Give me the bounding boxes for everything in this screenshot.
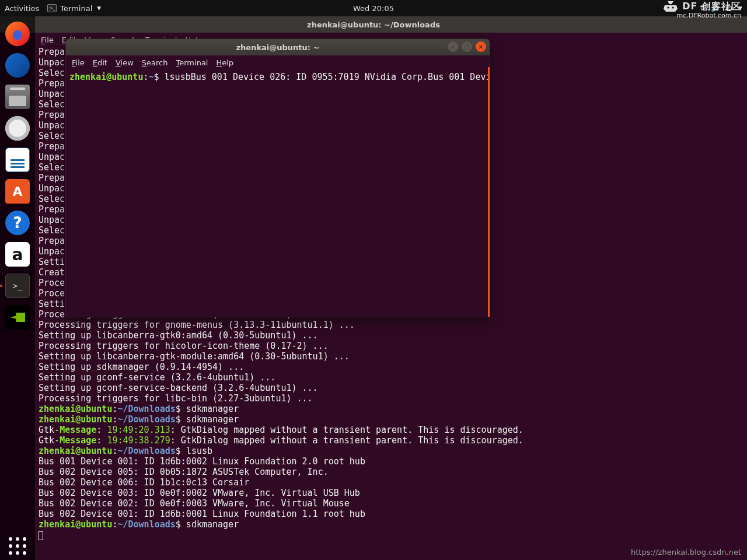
dock-thunderbird[interactable] bbox=[4, 51, 32, 79]
show-applications-button[interactable] bbox=[4, 532, 32, 560]
fg-terminal-window[interactable]: zhenkai@ubuntu: ~ – ▢ ✕ FileEditViewSear… bbox=[65, 38, 490, 317]
menu-search[interactable]: Search bbox=[142, 58, 168, 67]
fg-terminal-output[interactable]: zhenkai@ubuntu:~$ lsusbBus 001 Device 02… bbox=[66, 69, 490, 317]
chevron-down-icon: ▼ bbox=[97, 5, 101, 11]
dock-help[interactable] bbox=[4, 209, 32, 237]
menu-view[interactable]: View bbox=[116, 58, 134, 67]
writer-icon bbox=[5, 148, 30, 172]
gnome-top-panel: Activities >_ Terminal ▼ Wed 20:05 ⇅ 🔊 ⏻… bbox=[0, 0, 747, 16]
robot-icon bbox=[662, 0, 679, 13]
app-menu[interactable]: >_ Terminal ▼ bbox=[47, 4, 101, 13]
menu-terminal[interactable]: Terminal bbox=[176, 58, 208, 67]
menu-file[interactable]: File bbox=[41, 36, 54, 44]
panel-clock[interactable]: Wed 20:05 bbox=[353, 4, 394, 13]
fg-terminal-menubar: FileEditViewSearchTerminalHelp bbox=[66, 55, 490, 69]
bg-window-title: zhenkai@ubuntu: ~/Downloads bbox=[307, 20, 440, 29]
dock-software[interactable] bbox=[4, 177, 32, 205]
scrollbar[interactable] bbox=[488, 67, 490, 317]
menu-help[interactable]: Help bbox=[216, 58, 233, 67]
minimize-button[interactable]: – bbox=[448, 41, 458, 52]
maximize-button[interactable]: ▢ bbox=[462, 41, 472, 52]
nvidia-icon bbox=[5, 305, 30, 330]
dock-firefox[interactable] bbox=[4, 20, 32, 48]
app-menu-label: Terminal bbox=[60, 4, 92, 13]
rhythmbox-icon bbox=[5, 116, 30, 141]
terminal-icon: >_ bbox=[47, 4, 57, 12]
menu-edit[interactable]: Edit bbox=[93, 58, 107, 67]
fg-window-title: zhenkai@ubuntu: ~ bbox=[236, 43, 320, 52]
dock-files[interactable] bbox=[4, 83, 32, 111]
svg-point-1 bbox=[672, 7, 674, 9]
bg-window-titlebar[interactable]: zhenkai@ubuntu: ~/Downloads bbox=[0, 16, 747, 33]
svg-point-0 bbox=[668, 7, 669, 9]
help-icon bbox=[5, 211, 30, 235]
watermark-top: DF 创客社区 mc.DFRobot.com.cn bbox=[662, 0, 741, 19]
software-icon bbox=[5, 179, 30, 204]
dock-writer[interactable] bbox=[4, 146, 32, 174]
dock-amazon[interactable] bbox=[4, 240, 32, 268]
watermark-url: https://zhenkai.blog.csdn.net bbox=[631, 548, 741, 556]
menu-file[interactable]: File bbox=[72, 58, 85, 67]
dock-terminal[interactable] bbox=[4, 272, 32, 300]
dock-rhythmbox[interactable] bbox=[4, 114, 32, 142]
close-button[interactable]: ✕ bbox=[476, 41, 486, 52]
activities-button[interactable]: Activities bbox=[5, 4, 39, 13]
dock-nvidia[interactable] bbox=[4, 303, 32, 331]
terminal-icon bbox=[5, 274, 30, 298]
apps-grid-icon bbox=[9, 537, 26, 555]
amazon-icon bbox=[5, 242, 30, 267]
firefox-icon bbox=[5, 22, 30, 46]
files-icon bbox=[5, 85, 30, 109]
fg-window-titlebar[interactable]: zhenkai@ubuntu: ~ – ▢ ✕ bbox=[66, 39, 490, 55]
dock bbox=[0, 16, 35, 560]
thunderbird-icon bbox=[5, 53, 30, 78]
